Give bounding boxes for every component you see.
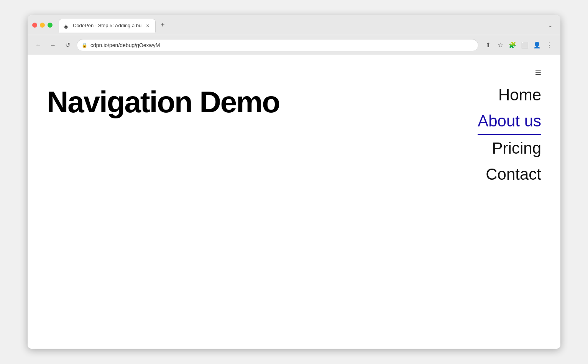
bookmark-icon: ☆ [498,41,503,49]
share-icon: ⬆ [486,41,491,49]
address-bar: ← → ↺ 🔒 cdpn.io/pen/debug/gOexwyM ⬆ ☆ 🧩 … [28,35,560,55]
tab-title: CodePen - Step 5: Adding a bu [73,23,141,28]
profile-icon: 👤 [533,41,541,49]
bookmark-button[interactable]: ☆ [494,39,506,51]
nav-item-about[interactable]: About us [478,108,541,135]
split-view-icon: ⬜ [521,41,529,49]
back-button[interactable]: ← [33,40,44,51]
nav-item-home[interactable]: Home [498,82,541,108]
page-content: Navigation Demo ≡ Home About us Pricing … [28,55,560,349]
split-view-button[interactable]: ⬜ [519,39,531,51]
extensions-button[interactable]: 🧩 [507,39,518,51]
back-icon: ← [35,42,41,49]
nav-item-contact[interactable]: Contact [486,161,541,187]
extensions-icon: 🧩 [509,41,516,49]
tab-favicon: ◈ [64,23,70,29]
tab-dropdown-button[interactable]: ⌄ [545,20,556,30]
toolbar-icons: ⬆ ☆ 🧩 ⬜ 👤 ⋮ [482,39,555,51]
reload-button[interactable]: ↺ [62,40,73,51]
lock-icon: 🔒 [82,43,87,48]
browser-window: ◈ CodePen - Step 5: Adding a bu × + ⌄ ← … [28,15,560,349]
hamburger-icon[interactable]: ≡ [535,67,541,79]
forward-icon: → [50,42,56,49]
close-traffic-light[interactable] [32,23,37,28]
new-tab-button[interactable]: + [157,20,168,31]
minimize-traffic-light[interactable] [40,23,45,28]
address-bar-input[interactable]: 🔒 cdpn.io/pen/debug/gOexwyM [77,39,478,51]
tab-close-button[interactable]: × [145,23,151,29]
share-button[interactable]: ⬆ [482,39,494,51]
reload-icon: ↺ [65,41,70,49]
active-tab[interactable]: ◈ CodePen - Step 5: Adding a bu × [59,19,156,33]
forward-button[interactable]: → [48,40,58,51]
tab-bar: ◈ CodePen - Step 5: Adding a bu × + [59,18,542,32]
title-bar: ◈ CodePen - Step 5: Adding a bu × + ⌄ [28,15,560,35]
nav-item-pricing[interactable]: Pricing [492,135,541,161]
profile-button[interactable]: 👤 [531,39,543,51]
url-display: cdpn.io/pen/debug/gOexwyM [90,42,473,48]
more-button[interactable]: ⋮ [544,39,555,51]
page-heading: Navigation Demo [47,86,279,119]
traffic-lights [32,23,53,28]
maximize-traffic-light[interactable] [48,23,53,28]
more-icon: ⋮ [546,41,552,49]
navigation-menu: ≡ Home About us Pricing Contact [478,67,541,187]
